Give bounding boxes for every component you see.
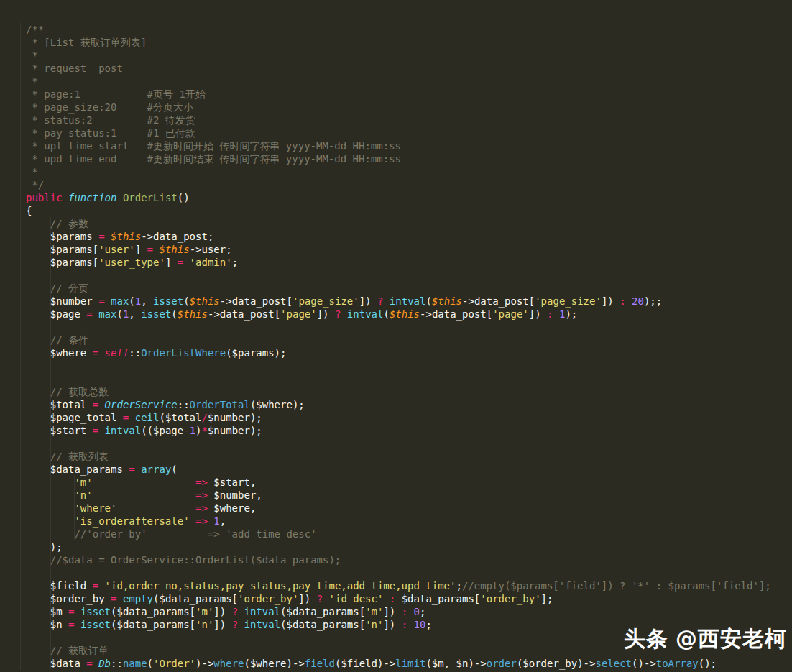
code-token: ( <box>171 464 177 475</box>
code-token: /** <box>26 24 44 35</box>
code-line: // 条件 <box>26 333 771 346</box>
code-token: intval <box>244 619 281 630</box>
code-token <box>116 593 122 604</box>
code-token: ($where); <box>250 399 305 410</box>
code-token: 'n' <box>74 489 92 501</box>
code-token: intval <box>347 308 384 320</box>
code-token: 'order_by' <box>238 593 298 604</box>
code-token: = <box>93 425 98 436</box>
code-token: (($page <box>141 425 183 436</box>
code-token <box>74 619 80 630</box>
code-token: ( <box>129 295 134 307</box>
code-token: * upt_time_start #更新时间开始 传时间字符串 yyyy-MM-… <box>26 140 401 152</box>
code-token: OrderTotal <box>190 399 250 410</box>
code-token: ($where)-> <box>244 658 305 669</box>
code-token: 1 <box>190 425 195 436</box>
code-editor: /** * [List 获取订单列表] * * request post * *… <box>0 0 792 672</box>
code-line: $total = OrderService::OrderTotal($where… <box>26 398 771 411</box>
code-line: * pay_status:1 #1 已付款 <box>26 126 771 139</box>
code-token: ->data_post[ <box>208 308 280 320</box>
indent-guide <box>20 23 21 670</box>
code-token <box>98 580 104 592</box>
code-token <box>74 606 80 617</box>
code-token <box>98 347 104 359</box>
code-token <box>238 619 244 630</box>
code-line: { <box>26 204 771 217</box>
code-token: $data_params <box>26 464 129 475</box>
code-token: $where <box>26 347 93 359</box>
code-token: * <box>202 425 208 436</box>
code-line: $field = 'id,order_no,status,pay_status,… <box>26 579 771 592</box>
code-token <box>553 308 559 320</box>
code-token: isset <box>80 619 111 630</box>
code-token: ; <box>456 580 461 592</box>
code-token: 'Order' <box>153 658 195 669</box>
code-token <box>98 399 104 410</box>
code-token: = <box>93 347 98 359</box>
code-token: self <box>105 347 129 359</box>
code-token: $this <box>159 244 189 255</box>
code-line: $start = intval(($page-1)*$number); <box>26 424 771 437</box>
code-token: ( <box>425 295 431 307</box>
code-token: => <box>195 477 208 488</box>
code-token: field <box>305 658 335 669</box>
code-token: : <box>547 308 553 320</box>
code-line: * <box>26 75 771 88</box>
code-token: $params <box>26 231 98 242</box>
code-token: order <box>487 658 517 669</box>
code-token: ) <box>195 425 201 436</box>
code-token: ($field)-> <box>335 658 395 669</box>
code-token: 'm' <box>195 606 213 617</box>
code-token <box>626 295 632 307</box>
code-token: :: <box>178 399 190 410</box>
code-line: $m = isset($data_params['m']) ? intval($… <box>26 605 771 618</box>
code-token: $page_total <box>26 412 123 423</box>
code-token: 'id desc' <box>329 593 384 604</box>
code-token: * upd_time_end #更新时间结束 传时间字符串 yyyy-MM-dd… <box>26 153 401 165</box>
code-token: $total <box>26 399 93 410</box>
code-token: 'is_orderaftersale' <box>74 515 189 527</box>
code-token: isset <box>141 308 171 320</box>
code-token: $start, <box>208 477 256 488</box>
code-token: $this <box>178 308 208 320</box>
code-token: empty <box>123 593 153 604</box>
code-token: 10 <box>414 619 426 630</box>
code-token: ( <box>171 308 177 320</box>
code-token: ->data_post; <box>141 231 213 242</box>
code-token: $this <box>390 308 420 320</box>
code-content[interactable]: /** * [List 获取订单列表] * * request post * *… <box>26 23 771 670</box>
code-token: ? <box>232 619 238 630</box>
code-token: 'user' <box>98 244 135 255</box>
code-line: * page:1 #页号 1开始 <box>26 88 771 101</box>
code-token: , <box>129 308 141 320</box>
code-token: ( <box>183 295 189 307</box>
code-token <box>93 489 195 501</box>
code-token: 'order_by' <box>480 593 540 604</box>
code-token: select <box>595 658 632 669</box>
code-token: => <box>195 489 208 501</box>
code-token: 'admin' <box>190 257 232 268</box>
code-token: function <box>68 192 123 203</box>
code-token: ]) <box>602 295 620 307</box>
code-token: 'm' <box>365 606 383 617</box>
code-token: = <box>178 257 183 268</box>
code-token: $this <box>111 231 141 242</box>
code-token: ceil <box>135 412 160 423</box>
code-line: $page_total = ceil($total/$number); <box>26 411 771 424</box>
code-token: , <box>220 515 226 527</box>
code-token: $params[ <box>26 244 98 255</box>
code-token: = <box>86 658 92 669</box>
code-token: 20 <box>632 295 644 307</box>
code-token: :: <box>129 347 141 359</box>
code-token: //empty($params['field']) ? '*' : $param… <box>462 580 771 592</box>
code-line: //'order_by' => 'add_time desc' <box>26 528 771 540</box>
code-token: ); <box>26 541 63 553</box>
code-token: ]) <box>383 606 401 617</box>
code-line: /** <box>26 23 771 36</box>
code-token: ( <box>147 658 153 669</box>
code-token: 'page_size' <box>293 295 359 307</box>
code-token: ()-> <box>632 658 656 669</box>
code-line: // 分页 <box>26 282 771 295</box>
code-token: = <box>98 295 104 307</box>
code-line <box>26 359 771 372</box>
